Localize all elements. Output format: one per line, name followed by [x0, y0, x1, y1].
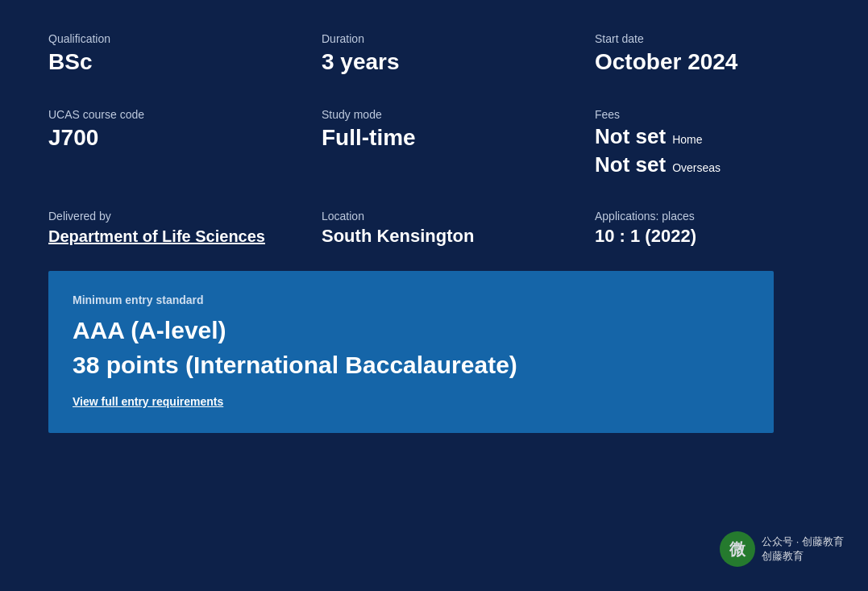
entry-standard-box: Minimum entry standard AAA (A-level) 38 … — [48, 271, 774, 433]
watermark-text: 公众号 · 创藤教育 创藤教育 — [762, 535, 844, 564]
fees-overseas-type: Overseas — [672, 161, 721, 174]
delivered-by-link[interactable]: Department of Life Sciences — [48, 226, 273, 247]
location-label: Location — [322, 210, 546, 223]
fees-overseas-row: Not set Overseas — [595, 152, 820, 177]
qualification-item: Qualification BSc — [48, 32, 273, 76]
row1-grid: Qualification BSc Duration 3 years Start… — [48, 32, 820, 76]
location-value: South Kensington — [322, 226, 546, 247]
ucas-item: UCAS course code J700 — [48, 108, 273, 177]
entry-standard-label: Minimum entry standard — [73, 293, 750, 306]
qualification-value: BSc — [48, 48, 273, 76]
duration-label: Duration — [322, 32, 546, 45]
fees-home-type: Home — [672, 133, 702, 146]
fees-label: Fees — [595, 108, 820, 121]
applications-item: Applications: places 10 : 1 (2022) — [595, 210, 820, 247]
ucas-value: J700 — [48, 124, 273, 152]
watermark-line2: 创藤教育 — [762, 549, 844, 564]
watermark-icon: 微 — [720, 531, 755, 567]
study-mode-value: Full-time — [322, 124, 546, 152]
duration-value: 3 years — [322, 48, 546, 76]
row2-grid: UCAS course code J700 Study mode Full-ti… — [48, 108, 820, 177]
fees-home-row: Not set Home — [595, 124, 820, 149]
start-date-value: October 2024 — [595, 48, 820, 76]
entry-standard-line2: 38 points (International Baccalaureate) — [73, 349, 750, 381]
study-mode-item: Study mode Full-time — [322, 108, 546, 177]
fees-overseas-value: Not set — [595, 152, 666, 177]
duration-item: Duration 3 years — [322, 32, 546, 76]
entry-standard-line1: AAA (A-level) — [73, 314, 750, 346]
fees-home-value: Not set — [595, 124, 666, 149]
location-item: Location South Kensington — [322, 210, 546, 247]
start-date-item: Start date October 2024 — [595, 32, 820, 76]
study-mode-label: Study mode — [322, 108, 546, 121]
ucas-label: UCAS course code — [48, 108, 273, 121]
applications-value: 10 : 1 (2022) — [595, 226, 820, 247]
applications-label: Applications: places — [595, 210, 820, 223]
entry-requirements-link[interactable]: View full entry requirements — [73, 395, 223, 408]
row3-grid: Delivered by Department of Life Sciences… — [48, 210, 820, 247]
delivered-by-label: Delivered by — [48, 210, 273, 223]
watermark: 微 公众号 · 创藤教育 创藤教育 — [720, 531, 844, 567]
delivered-by-item: Delivered by Department of Life Sciences — [48, 210, 273, 247]
start-date-label: Start date — [595, 32, 820, 45]
watermark-line1: 公众号 · 创藤教育 — [762, 535, 844, 549]
qualification-label: Qualification — [48, 32, 273, 45]
fees-values: Not set Home Not set Overseas — [595, 124, 820, 177]
fees-item: Fees Not set Home Not set Overseas — [595, 108, 820, 177]
